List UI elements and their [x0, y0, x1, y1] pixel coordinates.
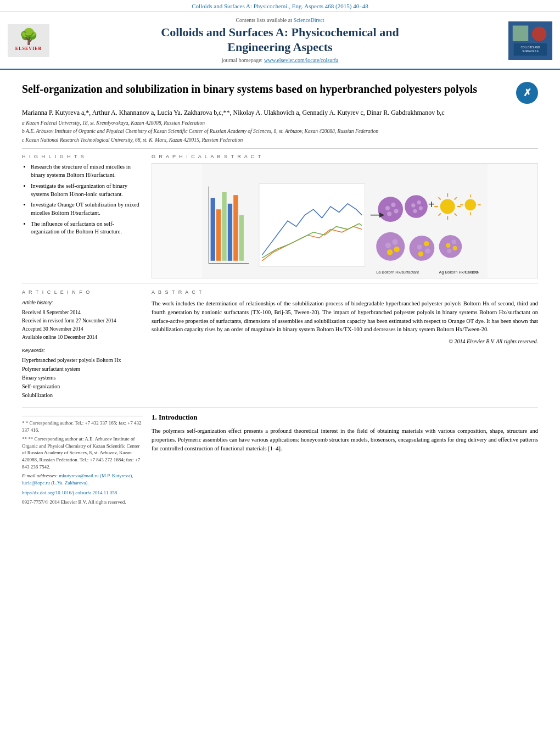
introduction-heading: 1. Introduction — [152, 412, 538, 422]
keyword-item: Hyperbranched polyester polyols Boltorn … — [22, 356, 143, 365]
article-history: Article history: Received 8 September 20… — [22, 299, 143, 342]
svg-rect-13 — [233, 196, 238, 261]
introduction-section: * * Corresponding author. Tel.: +7 432 3… — [22, 408, 538, 508]
article-container: Self-organization and solubilization in … — [0, 70, 560, 513]
svg-point-50 — [417, 245, 422, 250]
keyword-item: Self-organization — [22, 382, 143, 391]
svg-point-26 — [413, 209, 417, 213]
received-revised-date: Received in revised form 27 November 201… — [22, 317, 143, 325]
crossmark-badge[interactable]: ✗ — [516, 82, 538, 104]
received-date: Received 8 September 2014 — [22, 309, 143, 316]
accepted-date: Accepted 30 November 2014 — [22, 325, 143, 333]
divider-after-affiliations — [22, 148, 538, 149]
svg-point-54 — [439, 235, 462, 258]
homepage-link[interactable]: www.elsevier.com/locate/colsurfa — [264, 57, 338, 63]
journal-right-logo: COLLOIDS AND SURFACES A — [508, 21, 552, 60]
svg-point-24 — [411, 204, 415, 208]
affiliation-c: c Kazan National Research Technological … — [22, 137, 538, 144]
authors-line: Marianna P. Kutyreva a,*, Arthur A. Khan… — [22, 108, 538, 118]
svg-point-29 — [440, 199, 455, 214]
footnote-divider — [22, 416, 143, 416]
highlights-section: H I G H L I G H T S Research the structu… — [22, 153, 143, 279]
footnote-emails: E-mail addresses: mkutyreva@mail.ru (M.P… — [22, 472, 143, 486]
highlight-item: Investigate Orange OT solubilization by … — [31, 201, 143, 217]
graphical-abstract-label: G R A P H I C A L A B S T R A C T — [152, 153, 538, 160]
keyword-item: Solubilization — [22, 391, 143, 400]
article-title: Self-organization and solubilization in … — [22, 82, 511, 96]
affiliations: a Kazan Federal University, 18, st. Krem… — [22, 120, 538, 144]
keyword-item: Binary systems — [22, 373, 143, 382]
svg-text:SURFACES A: SURFACES A — [522, 50, 539, 53]
article-info-column: A R T I C L E I N F O Article history: R… — [22, 289, 143, 400]
footnote-star2: ** ** Corresponding author at: A.E. Arbu… — [22, 436, 143, 470]
journal-cover-image: COLLOIDS AND SURFACES A — [508, 21, 552, 60]
svg-rect-11 — [222, 192, 226, 261]
svg-point-51 — [424, 241, 429, 246]
info-abstract-section: A R T I C L E I N F O Article history: R… — [22, 289, 538, 400]
svg-point-18 — [378, 197, 403, 222]
svg-point-20 — [391, 203, 395, 207]
svg-point-38 — [464, 199, 476, 211]
svg-point-55 — [446, 243, 450, 248]
contents-available-line: Contents lists available at ScienceDirec… — [57, 16, 503, 24]
crossmark-icon: ✗ — [516, 82, 538, 104]
svg-rect-17 — [259, 184, 365, 267]
svg-point-52 — [418, 252, 423, 256]
keywords-section: Keywords: Hyperbranched polyester polyol… — [22, 347, 143, 400]
elsevier-logo: 🌳 ELSEVIER — [8, 24, 52, 57]
journal-title-section: Contents lists available at ScienceDirec… — [57, 16, 503, 64]
issn-line: 0927-7757/© 2014 Elsevier B.V. All right… — [22, 499, 143, 506]
svg-text:✗: ✗ — [523, 87, 531, 98]
journal-header: 🌳 ELSEVIER Contents lists available at S… — [0, 12, 560, 70]
svg-point-19 — [385, 206, 390, 210]
journal-main-title: Colloids and Surfaces A: Physicochemical… — [57, 25, 503, 54]
affiliation-a: a Kazan Federal University, 18, st. Krem… — [22, 120, 538, 127]
svg-point-57 — [447, 249, 451, 253]
svg-rect-12 — [228, 204, 232, 261]
svg-point-23 — [405, 196, 428, 219]
svg-point-47 — [387, 249, 393, 255]
svg-point-25 — [417, 201, 421, 205]
introduction-paragraph: The polymers self-organization effect pr… — [152, 427, 538, 453]
graphical-abstract-section: G R A P H I C A L A B S T R A C T — [152, 153, 538, 279]
highlight-item: Research the structure of mixed micelles… — [31, 163, 143, 179]
article-info-label: A R T I C L E I N F O — [22, 289, 143, 296]
highlights-graphical-section: H I G H L I G H T S Research the structu… — [22, 153, 538, 279]
svg-rect-9 — [211, 198, 215, 261]
svg-point-56 — [451, 240, 456, 244]
sciencedirect-link[interactable]: ScienceDirect — [293, 17, 324, 23]
graphical-abstract-image: + — [152, 163, 538, 278]
svg-point-58 — [453, 246, 457, 250]
keyword-item: Polymer surfactant system — [22, 365, 143, 373]
journal-homepage: journal homepage: www.elsevier.com/locat… — [57, 57, 503, 64]
svg-rect-1 — [513, 25, 528, 41]
footnotes-column: * * Corresponding author. Tel.: +7 432 3… — [22, 412, 143, 508]
svg-point-22 — [394, 209, 398, 214]
svg-text:La Boltorn Hx/surfactant: La Boltorn Hx/surfactant — [376, 270, 419, 275]
abstract-text: The work includes the determination of r… — [152, 299, 538, 345]
svg-point-2 — [532, 26, 547, 41]
divider-middle — [22, 283, 538, 283]
svg-rect-10 — [216, 210, 221, 261]
abstract-label: A B S T R A C T — [152, 289, 538, 296]
svg-text:Conc/%: Conc/% — [464, 270, 479, 275]
available-date: Available online 10 December 2014 — [22, 333, 143, 341]
journal-citation: Colloids and Surfaces A: Physicochemi., … — [0, 0, 560, 12]
elsevier-brand-label: ELSEVIER — [15, 46, 42, 52]
svg-text:COLLOIDS AND: COLLOIDS AND — [521, 46, 540, 49]
highlight-item: The influence of surfactants on self-org… — [31, 220, 143, 236]
footnote-star1: * * Corresponding author. Tel.: +7 432 3… — [22, 420, 143, 433]
svg-point-48 — [394, 247, 399, 252]
copyright-line: © 2014 Elsevier B.V. All rights reserved… — [152, 337, 538, 345]
doi-link-container: http://dx.doi.org/10.1016/j.colsurfa.201… — [22, 489, 143, 496]
history-label: Article history: — [22, 299, 143, 307]
svg-point-21 — [387, 212, 391, 216]
doi-link[interactable]: http://dx.doi.org/10.1016/j.colsurfa.201… — [22, 490, 117, 495]
introduction-text-column: 1. Introduction The polymers self-organi… — [152, 412, 538, 508]
svg-point-46 — [392, 239, 397, 245]
svg-point-27 — [419, 207, 423, 210]
highlight-item: Investigate the self-organization of bin… — [31, 182, 143, 198]
keywords-label: Keywords: — [22, 347, 143, 355]
elsevier-tree-icon: 🌳 — [19, 29, 38, 44]
article-title-section: Self-organization and solubilization in … — [22, 82, 538, 104]
